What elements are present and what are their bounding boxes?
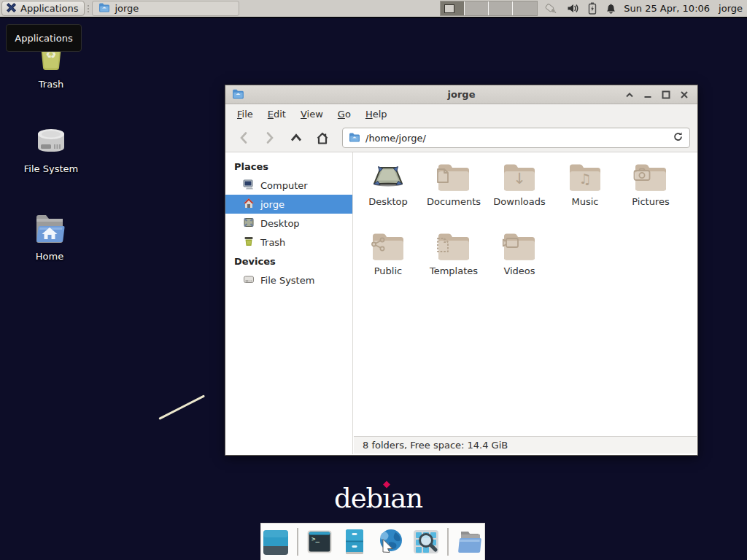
videos-folder-icon	[502, 231, 537, 262]
taskbar-window-label: jorge	[115, 3, 139, 14]
sidebar-item-filesystem[interactable]: File System	[225, 271, 352, 289]
logo-text: deb	[334, 483, 382, 514]
network-icon[interactable]	[543, 2, 558, 15]
desktop-icon-filesystem[interactable]: File System	[16, 122, 86, 174]
trash-small-icon	[243, 236, 255, 249]
video-emblem	[502, 237, 537, 259]
home-button[interactable]	[311, 128, 333, 147]
applications-tooltip: Applications	[6, 24, 82, 52]
workspace-2[interactable]	[465, 1, 489, 15]
share-emblem	[371, 237, 406, 259]
bottom-dock: >_	[260, 523, 485, 560]
sidebar-item-label: Desktop	[260, 218, 300, 229]
downloads-folder-icon: ↓	[502, 162, 537, 192]
show-desktop-button[interactable]	[261, 527, 290, 556]
folder-public[interactable]: Public	[355, 231, 421, 300]
sidebar-item-jorge[interactable]: jorge	[225, 195, 352, 214]
back-button[interactable]	[233, 128, 255, 147]
toolbar: /home/jorge/	[225, 124, 697, 152]
desktop-icon-home[interactable]: Home	[15, 211, 85, 262]
sidebar-item-label: Computer	[260, 180, 308, 191]
taskbar-window-button[interactable]: jorge	[92, 1, 239, 16]
folder-label: Desktop	[368, 196, 408, 207]
dock-separator	[447, 528, 449, 556]
music-folder-icon: ♫	[568, 162, 603, 192]
camera-emblem	[633, 168, 668, 190]
folder-pictures[interactable]: Pictures	[618, 162, 684, 231]
titlebar[interactable]: jorge	[225, 85, 697, 104]
document-emblem	[436, 168, 471, 190]
sidebar-item-label: jorge	[260, 199, 285, 210]
folder-music[interactable]: ♫ Music	[552, 162, 618, 231]
folder-window-icon	[98, 2, 110, 15]
terminal-button[interactable]: >_	[305, 527, 334, 556]
folder-label: Videos	[503, 265, 535, 276]
applications-menu-button[interactable]: Applications	[1, 1, 85, 16]
menu-edit[interactable]: Edit	[262, 106, 292, 122]
desktop-icon-label: File System	[24, 163, 78, 174]
workspace-1[interactable]	[441, 1, 465, 15]
home-icon	[243, 198, 255, 211]
places-header: Places	[225, 157, 352, 176]
volume-icon[interactable]	[567, 3, 579, 14]
stray-line-artifact	[158, 394, 205, 419]
devices-header: Devices	[225, 252, 352, 271]
menu-go[interactable]: Go	[332, 106, 357, 122]
path-input[interactable]: /home/jorge/	[365, 133, 667, 144]
debian-logo: debıan	[334, 483, 422, 514]
forward-button[interactable]	[259, 128, 281, 147]
documents-folder-icon	[436, 162, 471, 192]
workspace-3[interactable]	[489, 1, 513, 15]
location-bar[interactable]: /home/jorge/	[342, 128, 690, 148]
folder-label: Documents	[427, 196, 481, 207]
dock-separator	[297, 528, 298, 556]
computer-icon	[243, 179, 255, 192]
notification-bell-icon[interactable]	[605, 3, 616, 15]
maximize-button[interactable]	[660, 89, 672, 101]
folder-desktop[interactable]: Desktop	[355, 162, 421, 231]
battery-icon[interactable]	[588, 2, 597, 15]
file-manager-button[interactable]	[341, 527, 370, 556]
folder-documents[interactable]: Documents	[421, 162, 487, 231]
logo-text: an	[390, 483, 422, 514]
sidebar-item-trash[interactable]: Trash	[225, 233, 352, 252]
sidebar-item-desktop[interactable]: Desktop	[225, 214, 352, 233]
shade-button[interactable]	[624, 89, 635, 101]
menu-help[interactable]: Help	[360, 106, 393, 122]
web-browser-button[interactable]	[376, 527, 405, 556]
folder-videos[interactable]: Videos	[487, 231, 552, 300]
folder-label: Templates	[430, 265, 478, 276]
menu-file[interactable]: File	[231, 106, 259, 122]
reload-icon[interactable]	[673, 131, 684, 144]
minimize-button[interactable]	[642, 89, 654, 101]
desktop-icon-label: Trash	[39, 79, 63, 90]
xfce-applications-icon	[6, 2, 17, 15]
file-manager-window: jorge File Edit View Go Help	[225, 85, 698, 456]
close-button[interactable]	[678, 89, 690, 101]
file-view[interactable]: Desktop Documents	[354, 152, 697, 436]
folder-label: Downloads	[493, 196, 545, 207]
harddrive-icon	[32, 122, 70, 159]
panel-username[interactable]: jorge	[719, 3, 743, 14]
desktop-icon	[243, 217, 255, 230]
sidebar-item-computer[interactable]: Computer	[225, 176, 352, 195]
application-finder-button[interactable]	[411, 527, 441, 556]
folder-templates[interactable]: Templates	[421, 231, 487, 300]
logo-dotless-i: ı	[382, 483, 390, 514]
home-folder-icon	[31, 211, 69, 246]
panel-clock[interactable]: Sun 25 Apr, 10:06	[624, 3, 710, 14]
sidebar-item-label: File System	[260, 275, 314, 286]
panel-separator-handle	[86, 2, 90, 15]
statusbar: 8 folders, Free space: 14.4 GiB	[354, 436, 697, 454]
menu-view[interactable]: View	[295, 106, 329, 122]
folder-downloads[interactable]: ↓ Downloads	[487, 162, 552, 231]
workspace-switcher	[440, 1, 538, 16]
workspace-4[interactable]	[513, 1, 537, 15]
statusbar-text: 8 folders, Free space: 14.4 GiB	[363, 440, 508, 451]
template-emblem	[436, 237, 471, 259]
up-button[interactable]	[285, 128, 307, 147]
workspace-window-preview	[444, 4, 454, 13]
drive-icon	[243, 273, 255, 287]
folder-shortcut-button[interactable]	[455, 527, 484, 556]
templates-folder-icon	[436, 231, 471, 262]
